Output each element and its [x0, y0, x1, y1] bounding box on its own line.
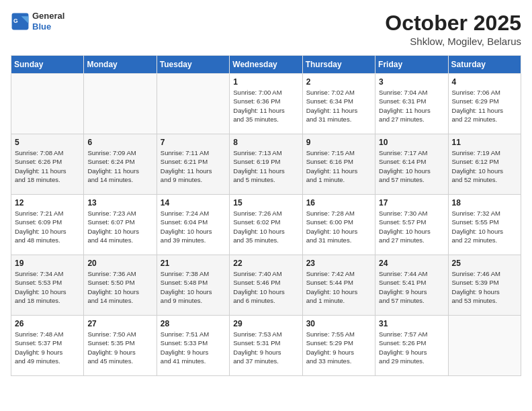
calendar-week-row: 12Sunrise: 7:21 AM Sunset: 6:09 PM Dayli… — [11, 195, 521, 255]
day-number: 6 — [87, 138, 152, 147]
day-number: 18 — [452, 198, 517, 208]
calendar-cell: 21Sunrise: 7:38 AM Sunset: 5:48 PM Dayli… — [157, 255, 229, 316]
day-number: 26 — [15, 319, 80, 328]
day-number: 9 — [306, 138, 371, 147]
calendar-cell: 1Sunrise: 7:00 AM Sunset: 6:36 PM Daylig… — [230, 74, 302, 134]
day-number: 23 — [306, 259, 371, 268]
calendar-cell: 27Sunrise: 7:50 AM Sunset: 5:35 PM Dayli… — [84, 316, 157, 376]
calendar-cell: 12Sunrise: 7:21 AM Sunset: 6:09 PM Dayli… — [11, 195, 84, 255]
calendar-cell: 17Sunrise: 7:30 AM Sunset: 5:57 PM Dayli… — [375, 195, 448, 255]
calendar-cell: 7Sunrise: 7:11 AM Sunset: 6:21 PM Daylig… — [157, 134, 229, 195]
day-number: 25 — [452, 259, 517, 268]
day-detail: Sunrise: 7:55 AM Sunset: 5:29 PM Dayligh… — [306, 330, 371, 365]
day-detail: Sunrise: 7:26 AM Sunset: 6:02 PM Dayligh… — [233, 209, 298, 244]
day-detail: Sunrise: 7:17 AM Sunset: 6:14 PM Dayligh… — [379, 148, 444, 184]
calendar-week-row: 1Sunrise: 7:00 AM Sunset: 6:36 PM Daylig… — [11, 74, 521, 134]
day-detail: Sunrise: 7:44 AM Sunset: 5:41 PM Dayligh… — [379, 269, 444, 305]
day-detail: Sunrise: 7:04 AM Sunset: 6:31 PM Dayligh… — [379, 88, 444, 124]
day-detail: Sunrise: 7:02 AM Sunset: 6:34 PM Dayligh… — [306, 88, 371, 124]
logo: G General Blue — [11, 11, 64, 32]
day-number: 24 — [379, 259, 444, 268]
calendar-week-row: 19Sunrise: 7:34 AM Sunset: 5:53 PM Dayli… — [11, 255, 521, 316]
day-detail: Sunrise: 7:08 AM Sunset: 6:26 PM Dayligh… — [15, 148, 80, 184]
calendar-cell: 24Sunrise: 7:44 AM Sunset: 5:41 PM Dayli… — [375, 255, 448, 316]
day-detail: Sunrise: 7:46 AM Sunset: 5:39 PM Dayligh… — [452, 269, 517, 305]
calendar-cell: 18Sunrise: 7:32 AM Sunset: 5:55 PM Dayli… — [448, 195, 521, 255]
weekday-header-row: SundayMondayTuesdayWednesdayThursdayFrid… — [11, 56, 521, 74]
day-detail: Sunrise: 7:57 AM Sunset: 5:26 PM Dayligh… — [379, 330, 444, 365]
day-detail: Sunrise: 7:15 AM Sunset: 6:16 PM Dayligh… — [306, 148, 371, 184]
day-detail: Sunrise: 7:50 AM Sunset: 5:35 PM Dayligh… — [87, 330, 152, 365]
day-detail: Sunrise: 7:48 AM Sunset: 5:37 PM Dayligh… — [15, 330, 80, 365]
day-number: 11 — [452, 138, 517, 147]
svg-text:G: G — [13, 17, 18, 24]
day-number: 15 — [233, 198, 298, 208]
calendar-cell: 22Sunrise: 7:40 AM Sunset: 5:46 PM Dayli… — [230, 255, 302, 316]
day-detail: Sunrise: 7:30 AM Sunset: 5:57 PM Dayligh… — [379, 209, 444, 244]
day-number: 22 — [233, 259, 298, 268]
day-detail: Sunrise: 7:06 AM Sunset: 6:29 PM Dayligh… — [452, 88, 517, 124]
calendar-cell: 16Sunrise: 7:28 AM Sunset: 6:00 PM Dayli… — [302, 195, 375, 255]
day-number: 12 — [15, 198, 80, 208]
calendar-cell — [448, 316, 521, 376]
day-detail: Sunrise: 7:32 AM Sunset: 5:55 PM Dayligh… — [452, 209, 517, 244]
calendar-cell: 9Sunrise: 7:15 AM Sunset: 6:16 PM Daylig… — [302, 134, 375, 195]
calendar-table: SundayMondayTuesdayWednesdayThursdayFrid… — [11, 55, 521, 376]
calendar-cell: 20Sunrise: 7:36 AM Sunset: 5:50 PM Dayli… — [84, 255, 157, 316]
page-subtitle: Shklow, Mogilev, Belarus — [385, 36, 521, 47]
calendar-cell: 6Sunrise: 7:09 AM Sunset: 6:24 PM Daylig… — [84, 134, 157, 195]
calendar-cell — [157, 74, 229, 134]
day-number: 19 — [15, 259, 80, 268]
calendar-cell: 14Sunrise: 7:24 AM Sunset: 6:04 PM Dayli… — [157, 195, 229, 255]
calendar-cell: 11Sunrise: 7:19 AM Sunset: 6:12 PM Dayli… — [448, 134, 521, 195]
weekday-header: Friday — [375, 56, 448, 74]
calendar-cell: 15Sunrise: 7:26 AM Sunset: 6:02 PM Dayli… — [230, 195, 302, 255]
day-number: 8 — [233, 138, 298, 147]
calendar-cell: 3Sunrise: 7:04 AM Sunset: 6:31 PM Daylig… — [375, 74, 448, 134]
day-number: 1 — [233, 77, 298, 87]
calendar-cell: 29Sunrise: 7:53 AM Sunset: 5:31 PM Dayli… — [230, 316, 302, 376]
day-detail: Sunrise: 7:09 AM Sunset: 6:24 PM Dayligh… — [87, 148, 152, 184]
day-number: 7 — [161, 138, 226, 147]
day-detail: Sunrise: 7:00 AM Sunset: 6:36 PM Dayligh… — [233, 88, 298, 124]
day-number: 28 — [161, 319, 226, 328]
day-number: 13 — [87, 198, 152, 208]
weekday-header: Sunday — [11, 56, 84, 74]
page-header: G General Blue October 2025 Shklow, Mogi… — [11, 11, 521, 47]
day-detail: Sunrise: 7:11 AM Sunset: 6:21 PM Dayligh… — [161, 148, 226, 184]
day-detail: Sunrise: 7:19 AM Sunset: 6:12 PM Dayligh… — [452, 148, 517, 184]
weekday-header: Thursday — [302, 56, 375, 74]
day-detail: Sunrise: 7:42 AM Sunset: 5:44 PM Dayligh… — [306, 269, 371, 305]
day-number: 4 — [452, 77, 517, 87]
day-detail: Sunrise: 7:40 AM Sunset: 5:46 PM Dayligh… — [233, 269, 298, 305]
day-number: 16 — [306, 198, 371, 208]
weekday-header: Tuesday — [157, 56, 229, 74]
day-number: 27 — [87, 319, 152, 328]
title-block: October 2025 Shklow, Mogilev, Belarus — [385, 11, 521, 47]
day-number: 29 — [233, 319, 298, 328]
calendar-cell: 5Sunrise: 7:08 AM Sunset: 6:26 PM Daylig… — [11, 134, 84, 195]
calendar-cell: 19Sunrise: 7:34 AM Sunset: 5:53 PM Dayli… — [11, 255, 84, 316]
day-detail: Sunrise: 7:34 AM Sunset: 5:53 PM Dayligh… — [15, 269, 80, 305]
calendar-cell: 23Sunrise: 7:42 AM Sunset: 5:44 PM Dayli… — [302, 255, 375, 316]
day-detail: Sunrise: 7:38 AM Sunset: 5:48 PM Dayligh… — [161, 269, 226, 305]
day-number: 31 — [379, 319, 444, 328]
calendar-week-row: 26Sunrise: 7:48 AM Sunset: 5:37 PM Dayli… — [11, 316, 521, 376]
day-number: 3 — [379, 77, 444, 87]
logo-line1: General — [32, 11, 64, 21]
day-detail: Sunrise: 7:21 AM Sunset: 6:09 PM Dayligh… — [15, 209, 80, 244]
day-number: 14 — [161, 198, 226, 208]
calendar-cell: 30Sunrise: 7:55 AM Sunset: 5:29 PM Dayli… — [302, 316, 375, 376]
day-number: 20 — [87, 259, 152, 268]
day-number: 5 — [15, 138, 80, 147]
calendar-cell: 25Sunrise: 7:46 AM Sunset: 5:39 PM Dayli… — [448, 255, 521, 316]
day-detail: Sunrise: 7:23 AM Sunset: 6:07 PM Dayligh… — [87, 209, 152, 244]
calendar-cell: 8Sunrise: 7:13 AM Sunset: 6:19 PM Daylig… — [230, 134, 302, 195]
day-detail: Sunrise: 7:53 AM Sunset: 5:31 PM Dayligh… — [233, 330, 298, 365]
day-detail: Sunrise: 7:51 AM Sunset: 5:33 PM Dayligh… — [161, 330, 226, 365]
calendar-week-row: 5Sunrise: 7:08 AM Sunset: 6:26 PM Daylig… — [11, 134, 521, 195]
weekday-header: Saturday — [448, 56, 521, 74]
day-detail: Sunrise: 7:24 AM Sunset: 6:04 PM Dayligh… — [161, 209, 226, 244]
day-number: 30 — [306, 319, 371, 328]
calendar-cell: 4Sunrise: 7:06 AM Sunset: 6:29 PM Daylig… — [448, 74, 521, 134]
